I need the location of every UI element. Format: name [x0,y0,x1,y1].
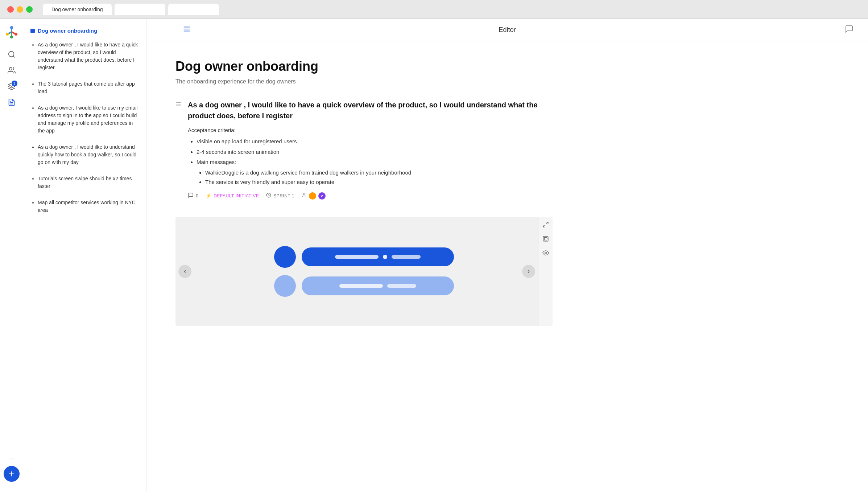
layers-rail-icon[interactable]: 1 [5,80,18,93]
svg-line-20 [543,225,545,227]
hamburger-icon[interactable] [183,25,191,35]
tab-3[interactable] [168,4,219,15]
tab-2[interactable] [115,4,165,15]
chat-icon[interactable] [845,25,853,36]
svg-point-5 [8,52,14,57]
story-list-item[interactable]: The 3 tutorial pages that come up after … [38,80,139,95]
story-detail-title: Dog owner onboarding [175,59,553,74]
svg-point-2 [6,33,9,36]
acceptance-criteria-label: Acceptance criteria: [188,127,553,133]
prototype-nav-right[interactable]: › [522,265,535,278]
proto-bar-1 [335,255,379,259]
editor-title: Editor [499,26,516,34]
search-rail-icon[interactable] [5,48,18,61]
proto-pill-inner [335,255,421,259]
svg-line-6 [13,56,15,57]
svg-point-7 [9,67,12,70]
comments-count[interactable]: 0 [188,192,198,199]
sprint-badge[interactable]: SPRINT 1 [266,193,294,199]
proto-row-1 [274,246,454,268]
proto-dot [383,255,387,259]
proto-bar-3 [339,284,383,288]
user-story-block: As a dog owner , I would like to have a … [175,99,553,208]
tab-bar: Dog owner onboarding [43,4,861,15]
svg-point-18 [303,193,305,195]
story-list-item[interactable]: Map all competitor services working in N… [38,199,139,214]
proto-pill-blue [302,247,454,266]
user-story-content: As a dog owner , I would like to have a … [188,99,553,208]
proto-bar-2 [392,255,421,259]
app-logo[interactable] [4,25,19,39]
initiative-icon: ⚡ [206,193,211,198]
close-button[interactable] [7,6,14,13]
expand-icon[interactable] [541,220,550,231]
avatar-purple [318,192,326,200]
svg-rect-22 [544,237,547,240]
assignees [302,192,326,200]
document-rail-icon[interactable] [5,96,18,109]
criteria-item: 2-4 seconds into screen animation [197,148,553,156]
header-icons [845,25,853,36]
prototype-container: ‹ › [175,217,553,326]
prototype-nav-left[interactable]: ‹ [178,265,191,278]
more-options-icon[interactable]: ⋯ [8,454,15,463]
proto-pill-inner-2 [339,284,416,288]
tab-dog-owner-onboarding[interactable]: Dog owner onboarding [43,4,112,15]
maximize-button[interactable] [26,6,33,13]
users-rail-icon[interactable] [5,64,18,77]
comment-icon [188,192,194,199]
frame-icon[interactable] [541,234,550,245]
story-list-items: As a dog owner , I would like to have a … [30,41,139,214]
criteria-item: Main messages: WalkieDoggie is a dog wal… [197,158,553,186]
side-toolbar [538,217,553,326]
metadata-row: 0 ⚡ DEFAULT INITIATIVE SPRINT 1 [188,192,553,200]
titlebar: Dog owner onboarding [0,0,868,19]
svg-point-23 [545,252,546,254]
sub-criteria-list: WalkieDoggie is a dog walking service fr… [197,169,553,186]
proto-row-2 [274,275,454,297]
svg-line-19 [546,222,548,224]
criteria-list: Visible on app load for unregistered use… [188,138,553,186]
story-list-item[interactable]: As a dog owner , I would like to have a … [38,41,139,71]
story-detail: Dog owner onboarding The onboarding expe… [146,41,582,358]
clock-icon [266,193,271,199]
svg-point-4 [10,36,13,38]
main-content: Editor Dog owner onboarding The onboardi… [146,19,868,492]
story-list-panel: Dog owner onboarding As a dog owner , I … [23,19,146,492]
avatar-orange [309,192,316,200]
story-list-title: Dog owner onboarding [30,28,139,34]
title-indicator [30,29,35,33]
story-list-item[interactable]: As a dog owner , I would ilke to underst… [38,143,139,166]
traffic-lights [7,6,33,13]
proto-pill-light [302,276,454,295]
add-button[interactable]: + [4,466,20,482]
eye-icon[interactable] [541,248,550,259]
app-container: 1 ⋯ + Dog owner onboarding As a dog owne… [0,19,868,492]
sub-criteria-item: WalkieDoggie is a dog walking service fr… [205,169,553,177]
story-list-item[interactable]: As a dog owner, I would like to use my e… [38,104,139,135]
initiative-badge[interactable]: ⚡ DEFAULT INITIATIVE [206,193,259,198]
user-assign-icon [302,193,307,199]
proto-bar-4 [387,284,416,288]
prototype-frame [175,217,553,326]
svg-rect-21 [543,236,548,241]
layers-badge: 1 [12,81,17,86]
editor-header: Editor [146,19,868,41]
sub-criteria-item: The service is very friendly and super e… [205,178,553,186]
story-list-item[interactable]: Tutorials screen swipe should be x2 time… [38,175,139,190]
minimize-button[interactable] [17,6,23,13]
criteria-item: Visible on app load for unregistered use… [197,138,553,146]
drag-handle-icon [175,101,182,208]
proto-circle-blue-1 [274,246,296,268]
svg-point-3 [15,33,17,36]
story-detail-subtitle: The onboarding experience for the dog ow… [175,78,553,85]
user-story-text: As a dog owner , I would like to have a … [188,99,553,121]
icon-rail: 1 ⋯ + [0,19,23,492]
svg-point-1 [10,26,13,29]
proto-circle-light [274,275,296,297]
